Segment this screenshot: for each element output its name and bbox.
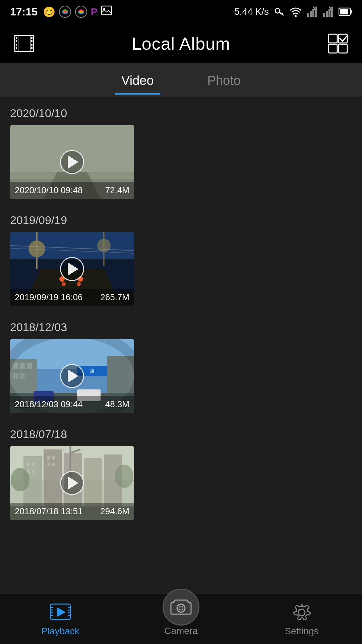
svg-point-103 bbox=[177, 604, 185, 612]
film-strip-icon bbox=[13, 33, 35, 54]
svg-rect-22 bbox=[340, 9, 348, 14]
svg-rect-21 bbox=[350, 10, 352, 14]
status-app-icons: 😊 P bbox=[43, 5, 112, 19]
bottom-nav: Playback Camera Settings bbox=[0, 594, 362, 644]
date-group-1: 2020/10/10 2020/10/10 09:48 72. bbox=[0, 97, 362, 204]
date-label-2: 2019/09/19 bbox=[10, 214, 352, 227]
svg-marker-94 bbox=[57, 607, 66, 617]
select-all-button[interactable] bbox=[326, 32, 350, 56]
signal-icon bbox=[306, 6, 318, 17]
battery-icon bbox=[339, 6, 352, 17]
checkbox-grid-icon bbox=[327, 33, 349, 54]
thumb-size-2: 265.7M bbox=[100, 292, 129, 303]
svg-point-52 bbox=[62, 282, 66, 286]
tabs-bar: Video Photo bbox=[0, 64, 362, 97]
svg-rect-28 bbox=[16, 44, 17, 46]
svg-line-5 bbox=[279, 12, 284, 15]
video-item-3[interactable]: 店 2018/12/03 09:44 48.3M bbox=[10, 339, 134, 413]
status-bar: 17:15 😊 P bbox=[0, 0, 362, 23]
svg-rect-9 bbox=[310, 11, 312, 17]
play-button-4[interactable] bbox=[60, 471, 84, 495]
header: Local Album bbox=[0, 23, 362, 64]
thumb-datetime-2: 2019/09/19 16:06 bbox=[15, 292, 82, 303]
thumb-size-1: 72.4M bbox=[105, 185, 129, 196]
play-triangle-3 bbox=[68, 369, 78, 383]
nav-label-settings: Settings bbox=[285, 626, 318, 637]
svg-text:店: 店 bbox=[90, 368, 95, 374]
svg-point-105 bbox=[298, 609, 305, 616]
page-title: Local Album bbox=[132, 34, 230, 54]
thumb-size-3: 48.3M bbox=[105, 399, 129, 410]
svg-rect-2 bbox=[102, 6, 112, 15]
thumb-datetime-4: 2018/07/18 13:51 bbox=[15, 506, 82, 517]
nav-item-camera[interactable]: Camera bbox=[121, 602, 241, 636]
playback-nav-icon bbox=[50, 602, 71, 623]
svg-rect-34 bbox=[328, 34, 337, 43]
app-icon-p: P bbox=[91, 6, 98, 17]
signal-icon-2 bbox=[322, 6, 334, 17]
album-icon[interactable] bbox=[12, 32, 36, 56]
svg-rect-30 bbox=[31, 37, 33, 39]
play-triangle-4 bbox=[68, 476, 78, 490]
nav-item-playback[interactable]: Playback bbox=[0, 602, 121, 637]
settings-nav-icon bbox=[291, 602, 312, 623]
svg-rect-29 bbox=[16, 47, 17, 49]
svg-rect-60 bbox=[13, 363, 18, 369]
svg-rect-23 bbox=[15, 36, 34, 52]
date-label-4: 2018/07/18 bbox=[10, 428, 352, 441]
svg-rect-8 bbox=[307, 13, 309, 17]
thumb-datetime-3: 2018/12/03 09:44 bbox=[15, 399, 82, 410]
date-group-3: 2018/12/03 店 bbox=[0, 311, 362, 418]
key-icon bbox=[274, 6, 285, 17]
thumb-info-4: 2018/07/18 13:51 294.6M bbox=[10, 503, 134, 520]
app-icon-img bbox=[101, 5, 112, 19]
date-group-2: 2019/09/19 bbox=[0, 204, 362, 311]
play-button-3[interactable] bbox=[60, 364, 84, 388]
network-speed: 5.44 K/s bbox=[234, 6, 269, 17]
status-right: 5.44 K/s bbox=[234, 6, 352, 17]
playback-icon bbox=[50, 603, 71, 622]
svg-rect-26 bbox=[16, 37, 17, 39]
svg-rect-35 bbox=[328, 44, 337, 53]
svg-rect-61 bbox=[20, 363, 25, 369]
svg-rect-63 bbox=[13, 373, 18, 379]
app-icon-1 bbox=[59, 5, 71, 18]
play-triangle-2 bbox=[68, 262, 78, 276]
status-left: 17:15 😊 P bbox=[10, 5, 112, 19]
thumb-size-4: 294.6M bbox=[100, 506, 129, 517]
svg-rect-14 bbox=[323, 13, 325, 17]
date-label-1: 2020/10/10 bbox=[10, 107, 352, 120]
tab-video[interactable]: Video bbox=[115, 67, 161, 95]
tab-photo[interactable]: Photo bbox=[201, 67, 247, 95]
nav-item-settings[interactable]: Settings bbox=[241, 602, 362, 637]
svg-rect-27 bbox=[16, 40, 17, 42]
nav-label-camera: Camera bbox=[164, 626, 198, 636]
svg-rect-44 bbox=[10, 232, 134, 259]
wifi-icon bbox=[290, 6, 302, 17]
video-item-2[interactable]: 2019/09/19 16:06 265.7M bbox=[10, 232, 134, 306]
svg-rect-15 bbox=[326, 11, 328, 17]
app-icon-2 bbox=[75, 5, 87, 18]
thumb-info-3: 2018/12/03 09:44 48.3M bbox=[10, 396, 134, 413]
camera-button[interactable] bbox=[163, 589, 199, 626]
smiley-icon: 😊 bbox=[43, 6, 55, 18]
nav-label-playback: Playback bbox=[41, 626, 79, 637]
svg-rect-31 bbox=[31, 40, 33, 42]
play-triangle-1 bbox=[68, 155, 78, 169]
status-time: 17:15 bbox=[10, 6, 38, 18]
camera-icon bbox=[170, 598, 192, 616]
svg-rect-32 bbox=[31, 44, 33, 46]
svg-rect-36 bbox=[339, 44, 347, 53]
gear-icon bbox=[292, 602, 312, 623]
svg-point-7 bbox=[295, 15, 297, 17]
video-item-1[interactable]: 2020/10/10 09:48 72.4M bbox=[10, 125, 134, 199]
svg-rect-33 bbox=[31, 47, 33, 49]
svg-line-6 bbox=[282, 13, 283, 14]
video-item-4[interactable]: 2018/07/18 13:51 294.6M bbox=[10, 446, 134, 520]
play-button-1[interactable] bbox=[60, 150, 84, 174]
svg-rect-64 bbox=[20, 373, 25, 379]
svg-point-53 bbox=[77, 282, 81, 286]
video-list: 2020/10/10 2020/10/10 09:48 72. bbox=[0, 97, 362, 594]
play-button-2[interactable] bbox=[60, 257, 84, 281]
date-label-3: 2018/12/03 bbox=[10, 321, 352, 334]
